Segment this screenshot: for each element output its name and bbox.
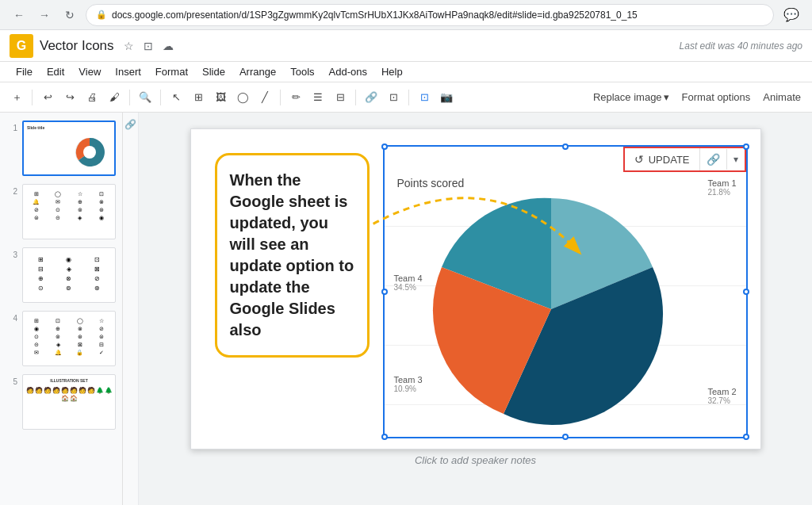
resize-handle-bl[interactable] [381,434,388,440]
menu-insert[interactable]: Insert [109,64,147,79]
star-icon-button[interactable]: ☆ [121,38,137,54]
header-icons: ☆ ⊡ ☁ [121,38,177,54]
sep3 [160,90,161,105]
sep2 [129,90,130,105]
menu-edit[interactable]: Edit [40,64,71,79]
slide-thumb-5[interactable]: 5 ILLUSTRATION SET 🧑🧑🧑🧑 🧑🧑🧑🧑 🌲🌲🏠🏠 [5,373,117,431]
resize-handle-tr[interactable] [743,143,749,150]
update-chevron-button[interactable]: ▾ [726,149,745,170]
team1-pct: 21.8% [707,188,736,197]
callout-text: When the Google sheet is updated, you wi… [230,171,354,339]
update-button[interactable]: ↺ UPDATE [625,148,699,170]
resize-handle-tc[interactable] [562,143,569,150]
update-refresh-icon: ↺ [634,153,644,166]
animate-button[interactable]: Animate [758,88,806,106]
format-options-button[interactable]: Format options [677,88,756,106]
align2-button[interactable]: ⊟ [330,87,350,108]
textbox-button[interactable]: ⊞ [188,87,209,108]
replace-image-button[interactable]: Replace image ▾ [588,88,674,106]
menu-view[interactable]: View [72,64,107,79]
team2-label: Team 2 32.7% [707,387,736,405]
app-logo: G [10,34,33,58]
last-edit-text: Last edit was 40 minutes ago [680,40,802,52]
photo-button[interactable]: 📷 [436,87,457,108]
main-area: 1 Slide title 2 ⊞◯☆⊡ 🔔✉⊕⊗ [0,113,812,505]
resize-handle-mr[interactable] [743,289,749,295]
paintformat-button[interactable]: 🖌 [104,87,124,108]
menu-slide[interactable]: Slide [196,64,232,79]
slide-num-4: 4 [6,314,17,323]
team2-name: Team 2 [707,387,736,396]
resize-handle-br[interactable] [743,434,749,440]
chat-icon-button[interactable]: 💬 [780,4,802,26]
slide-panel: 1 Slide title 2 ⊞◯☆⊡ 🔔✉⊕⊗ [0,113,123,505]
slide-canvas[interactable]: When the Google sheet is updated, you wi… [190,128,761,450]
team1-name: Team 1 [707,178,736,188]
team4-pct: 34.5% [394,283,423,292]
update-overlay: ↺ UPDATE 🔗 ▾ [623,147,746,172]
team4-label: Team 4 34.5% [394,274,423,292]
comment-button[interactable]: ✏ [285,87,306,108]
slide5-label: ILLUSTRATION SET [23,375,115,383]
zoom-button[interactable]: 🔍 [135,87,155,108]
slide-img-1: Slide title [22,121,116,176]
slide-thumb-4[interactable]: 4 ⊞⊡◯☆ ◉⊕⊗⊘ ⊙⊚⊛⊜ ⊝◈⊠⊟ ✉🔔🔒✓ [5,309,117,368]
resize-handle-ml[interactable] [381,289,388,295]
app-header: G Vector Icons ☆ ⊡ ☁ Last edit was 40 mi… [0,30,812,62]
resize-handle-tl[interactable] [381,143,388,150]
select-button[interactable]: ↖ [166,87,186,108]
slide-img-5: ILLUSTRATION SET 🧑🧑🧑🧑 🧑🧑🧑🧑 🌲🌲🏠🏠 [22,374,116,430]
line-button[interactable]: ╱ [255,87,275,108]
team3-pct: 10.9% [394,384,423,393]
slide-num-2: 2 [6,187,17,196]
lock-icon: 🔒 [96,10,107,20]
callout-box: When the Google sheet is updated, you wi… [215,153,370,358]
crop-button[interactable]: ⊡ [383,87,404,108]
menu-bar: File Edit View Insert Format Slide Arran… [0,62,812,82]
team4-name: Team 4 [394,274,423,283]
slide-thumb-2[interactable]: 2 ⊞◯☆⊡ 🔔✉⊕⊗ ⊘⊙⊚⊛ ⊜⊝◈◉ [5,182,117,241]
menu-addons[interactable]: Add-ons [323,64,373,79]
image-button[interactable]: 🖼 [210,87,231,108]
undo-button[interactable]: ↩ [37,87,58,108]
speaker-notes[interactable]: Click to add speaker notes [190,454,761,466]
toolbar-right: Replace image ▾ Format options Animate [588,88,806,106]
logo-letter: G [17,39,26,53]
sep5 [355,90,356,105]
back-button[interactable]: ← [10,6,29,25]
redo-button[interactable]: ↪ [59,87,80,108]
team1-label: Team 1 21.8% [707,178,736,197]
resize-handle-bc[interactable] [562,434,569,440]
sep6 [408,90,409,105]
forward-button[interactable]: → [35,6,54,25]
slide-thumb-1[interactable]: 1 Slide title [5,119,117,178]
drive-icon-button[interactable]: ⊡ [140,38,156,54]
menu-file[interactable]: File [10,64,39,79]
replace-image-label: Replace image [593,91,662,103]
chart-container[interactable]: ↺ UPDATE 🔗 ▾ Points scored [383,145,748,438]
address-bar[interactable]: 🔒 docs.google.com/presentation/d/1SP3gZg… [86,4,774,26]
add-button[interactable]: ＋ [6,87,27,108]
replace-image-arrow: ▾ [664,91,669,103]
update-link-icon-button[interactable]: 🔗 [699,148,726,170]
slide-thumb-3[interactable]: 3 ⊞◉⊡ ⊟◈⊠ ⊕⊗⊘ ⊙⊚⊛ [5,246,117,304]
menu-format[interactable]: Format [149,64,194,79]
shapes-button[interactable]: ◯ [232,87,253,108]
print-button[interactable]: 🖨 [82,87,102,108]
refresh-button[interactable]: ↻ [60,6,79,25]
pie-chart-svg [432,190,670,428]
align-button[interactable]: ☰ [308,87,328,108]
chart-title: Points scored [397,177,465,189]
slide-num-1: 1 [6,124,17,132]
url-text: docs.google.com/presentation/d/1SP3gZgwm… [112,10,638,21]
app-title: Vector Icons [40,38,114,54]
team3-name: Team 3 [394,375,423,384]
menu-help[interactable]: Help [375,64,409,79]
cloud-icon-button[interactable]: ☁ [159,38,177,54]
link-button[interactable]: 🔗 [361,87,381,108]
team2-pct: 32.7% [707,396,736,405]
frame-button[interactable]: ⊡ [414,87,435,108]
canvas-area: When the Google sheet is updated, you wi… [139,113,812,505]
menu-tools[interactable]: Tools [284,64,320,79]
menu-arrange[interactable]: Arrange [233,64,282,79]
